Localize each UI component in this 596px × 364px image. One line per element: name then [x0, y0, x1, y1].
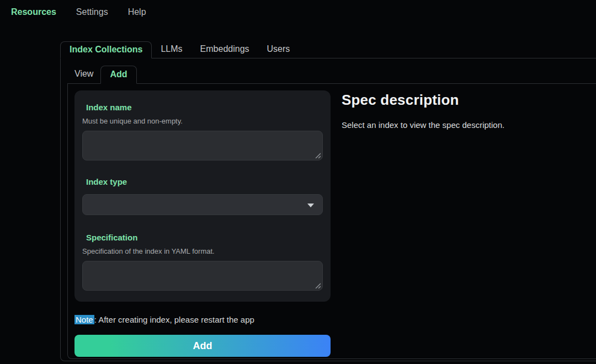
top-nav-item-resources[interactable]: Resources — [11, 7, 56, 17]
tab-view[interactable]: View — [67, 66, 100, 84]
note-highlight: Note — [74, 315, 94, 324]
resize-handle-icon[interactable] — [315, 283, 321, 288]
index-collections-panel: View Add Index name Must be unique and n… — [60, 58, 596, 361]
index-name-info: Must be unique and non-empty. — [82, 117, 323, 125]
spec-description-panel: Spec description Select an index to view… — [342, 90, 596, 357]
add-panel: Index name Must be unique and non-empty. — [67, 84, 596, 359]
top-nav-item-settings[interactable]: Settings — [76, 7, 108, 17]
main-tabs: Index Collections LLMs Embeddings Users … — [60, 41, 596, 361]
index-name-group: Index name Must be unique and non-empty. — [82, 103, 323, 160]
specification-group: Specification Specification of the index… — [82, 233, 323, 291]
index-type-label: Index type — [86, 177, 323, 186]
spec-description-title: Spec description — [342, 92, 596, 109]
spec-description-body: Select an index to view the spec descrip… — [342, 120, 596, 130]
index-type-group: Index type — [82, 177, 323, 215]
tab-embeddings[interactable]: Embeddings — [191, 41, 258, 58]
sub-tab-nav: View Add — [67, 66, 596, 84]
specification-input[interactable] — [82, 261, 323, 291]
note-text: : After creating index, please restart t… — [94, 315, 254, 324]
add-index-form: Index name Must be unique and non-empty. — [74, 90, 331, 357]
top-nav-item-help[interactable]: Help — [128, 7, 146, 17]
index-name-label: Index name — [86, 103, 323, 112]
top-nav: Resources Settings Help — [11, 7, 146, 17]
chevron-down-icon — [307, 204, 314, 207]
form-card: Index name Must be unique and non-empty. — [74, 90, 331, 302]
specification-info: Specification of the index in YAML forma… — [82, 247, 323, 255]
index-name-input[interactable] — [82, 131, 323, 160]
resize-handle-icon[interactable] — [315, 153, 321, 158]
specification-label: Specification — [86, 233, 323, 242]
tab-add[interactable]: Add — [100, 66, 136, 84]
tab-users[interactable]: Users — [258, 41, 299, 58]
index-type-dropdown[interactable] — [82, 194, 323, 215]
tab-index-collections[interactable]: Index Collections — [60, 41, 152, 58]
tab-llms[interactable]: LLMs — [152, 41, 191, 58]
sub-tabs: View Add Index name Must be unique and n… — [67, 66, 596, 359]
main-tab-nav: Index Collections LLMs Embeddings Users — [60, 41, 596, 58]
add-button[interactable]: Add — [74, 335, 331, 357]
restart-note: Note: After creating index, please resta… — [74, 315, 331, 324]
